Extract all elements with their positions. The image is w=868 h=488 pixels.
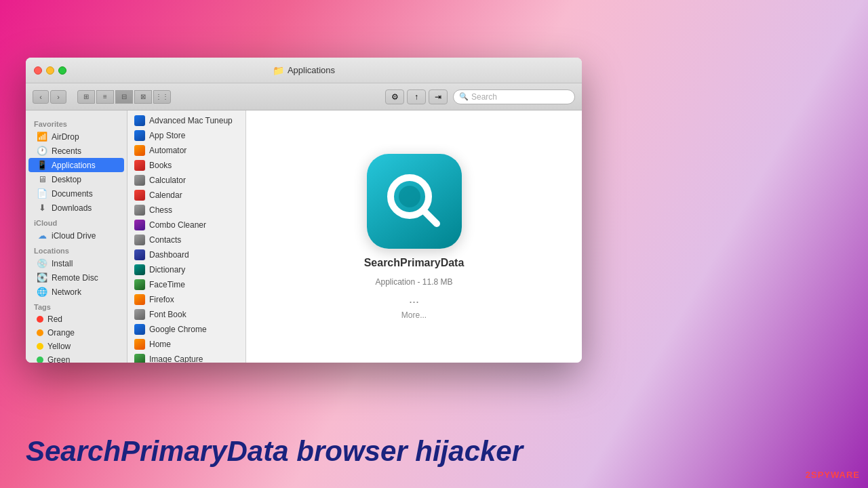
app-icon <box>134 115 145 126</box>
sidebar-item-tag-red[interactable]: Red <box>28 312 124 326</box>
sidebar-item-remote[interactable]: 💽 Remote Disc <box>28 270 124 285</box>
sidebar-item-airdrop[interactable]: 📶 AirDrop <box>28 129 124 144</box>
airdrop-icon: 📶 <box>37 131 47 142</box>
list-item[interactable]: Advanced Mac Tuneup <box>127 113 245 128</box>
sidebar-item-install[interactable]: 💿 Install <box>28 256 124 270</box>
settings-button[interactable]: ⚙ <box>385 89 404 104</box>
watermark: 2SPYWARE <box>806 470 860 480</box>
network-icon: 🌐 <box>37 287 47 297</box>
column-view-button[interactable]: ⊟ <box>115 90 133 104</box>
list-item[interactable]: Font Book <box>127 307 245 322</box>
sidebar-downloads-label: Downloads <box>52 203 92 213</box>
list-view-button[interactable]: ≡ <box>96 90 114 104</box>
app-icon <box>134 354 145 363</box>
window-title: 📁 Applications <box>273 65 335 76</box>
red-dot <box>37 316 43 323</box>
back-button[interactable]: ‹ <box>33 90 49 104</box>
app-store-label: App Store <box>149 131 185 140</box>
app-icon <box>134 190 145 201</box>
app-icon <box>134 145 145 156</box>
sidebar: Favorites 📶 AirDrop 🕐 Recents 📱 Applicat… <box>26 110 127 363</box>
list-item[interactable]: Books <box>127 158 245 173</box>
forward-button[interactable]: › <box>50 90 66 104</box>
sidebar-item-network[interactable]: 🌐 Network <box>28 285 124 299</box>
chess-label: Chess <box>149 205 172 215</box>
list-item[interactable]: Google Chrome <box>127 322 245 337</box>
headline-text: SearchPrimaryData browser hijacker <box>26 435 523 468</box>
app-icon <box>134 309 145 320</box>
view-buttons: ⊞ ≡ ⊟ ⊠ ⋮⋮ <box>77 90 171 104</box>
list-item[interactable]: Home <box>127 337 245 352</box>
app-icon <box>134 220 145 230</box>
sidebar-item-tag-green[interactable]: Green <box>28 353 124 363</box>
remote-disc-icon: 💽 <box>37 272 47 283</box>
sidebar-item-desktop[interactable]: 🖥 Desktop <box>28 172 124 186</box>
list-item[interactable]: Image Capture <box>127 352 245 363</box>
more-dots-icon: ··· <box>409 295 419 309</box>
app-icon <box>134 160 145 171</box>
sidebar-item-documents[interactable]: 📄 Documents <box>28 186 124 201</box>
sidebar-item-downloads[interactable]: ⬇ Downloads <box>28 201 124 215</box>
file-list: Advanced Mac Tuneup App Store Automator … <box>127 110 246 363</box>
title-bar: 📁 Applications <box>26 58 582 83</box>
search-icon: 🔍 <box>459 92 469 101</box>
search-placeholder: Search <box>471 92 497 102</box>
app-icon-large <box>367 154 462 249</box>
search-primary-data-icon <box>384 171 445 232</box>
icloud-label: iCloud <box>26 215 127 228</box>
install-icon: 💿 <box>37 258 47 268</box>
search-box[interactable]: 🔍 Search <box>453 89 575 104</box>
cover-flow-button[interactable]: ⋮⋮ <box>153 90 171 104</box>
sidebar-item-icloud[interactable]: ☁ iCloud Drive <box>28 228 124 243</box>
sidebar-item-tag-orange[interactable]: Orange <box>28 326 124 340</box>
minimize-button[interactable] <box>46 66 54 75</box>
headline: SearchPrimaryData browser hijacker <box>26 435 523 468</box>
list-item[interactable]: FaceTime <box>127 277 245 292</box>
nav-buttons: ‹ › <box>33 90 66 104</box>
list-item[interactable]: Dashboard <box>127 247 245 262</box>
combo-cleaner-label: Combo Cleaner <box>149 220 206 230</box>
gallery-view-button[interactable]: ⊠ <box>134 90 152 104</box>
maximize-button[interactable] <box>58 66 66 75</box>
list-item[interactable]: Contacts <box>127 232 245 247</box>
tag-button[interactable]: ⇥ <box>429 89 448 104</box>
sidebar-applications-label: Applications <box>52 161 96 170</box>
list-item[interactable]: Combo Cleaner <box>127 218 245 232</box>
orange-dot <box>37 329 43 336</box>
list-item[interactable]: Dictionary <box>127 262 245 277</box>
app-icon <box>134 264 145 275</box>
green-dot <box>37 357 43 363</box>
list-item[interactable]: App Store <box>127 128 245 143</box>
close-button[interactable] <box>34 66 42 75</box>
yellow-dot <box>37 343 43 350</box>
list-item[interactable]: Chess <box>127 203 245 218</box>
icon-view-button[interactable]: ⊞ <box>77 90 95 104</box>
preview-app-info: Application - 11.8 MB <box>375 277 452 287</box>
share-button[interactable]: ↑ <box>407 89 426 104</box>
documents-icon: 📄 <box>37 188 47 199</box>
app-icon <box>134 175 145 186</box>
sidebar-item-applications[interactable]: 📱 Applications <box>28 158 124 172</box>
applications-icon: 📱 <box>37 160 47 170</box>
preview-panel: SearchPrimaryData Application - 11.8 MB … <box>246 110 582 363</box>
app-icon <box>134 130 145 141</box>
app-icon <box>134 235 145 245</box>
content-area: Favorites 📶 AirDrop 🕐 Recents 📱 Applicat… <box>26 110 582 363</box>
dictionary-label: Dictionary <box>149 265 185 274</box>
list-item[interactable]: Calculator <box>127 173 245 188</box>
desktop-icon: 🖥 <box>37 174 47 184</box>
folder-icon: 📁 <box>273 65 284 76</box>
svg-line-2 <box>424 211 437 224</box>
list-item[interactable]: Calendar <box>127 188 245 203</box>
list-item[interactable]: Firefox <box>127 292 245 307</box>
sidebar-item-tag-yellow[interactable]: Yellow <box>28 340 124 353</box>
locations-label: Locations <box>26 243 127 256</box>
list-item[interactable]: Automator <box>127 143 245 158</box>
action-buttons: ⚙ ↑ ⇥ <box>385 89 448 104</box>
more-button[interactable]: ··· More... <box>401 295 427 320</box>
app-icon <box>134 249 145 260</box>
app-icon <box>134 294 145 305</box>
sidebar-item-recents[interactable]: 🕐 Recents <box>28 144 124 158</box>
app-icon <box>134 279 145 290</box>
favorites-label: Favorites <box>26 116 127 129</box>
